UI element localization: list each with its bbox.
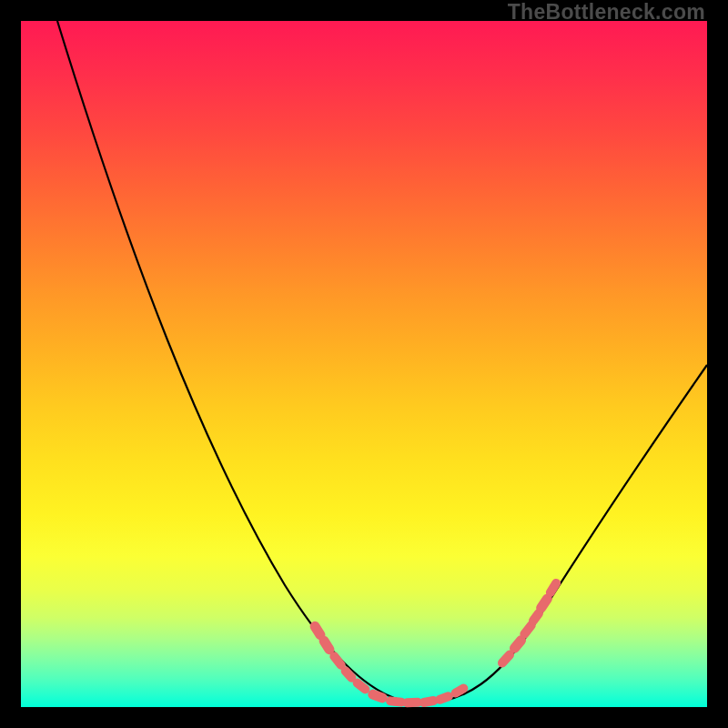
bead-group — [308, 577, 563, 708]
highlight-bead — [419, 695, 439, 707]
watermark-text: TheBottleneck.com — [508, 0, 705, 25]
chart-area — [21, 21, 707, 707]
bottleneck-curve — [57, 21, 707, 703]
plot-svg — [21, 21, 707, 707]
